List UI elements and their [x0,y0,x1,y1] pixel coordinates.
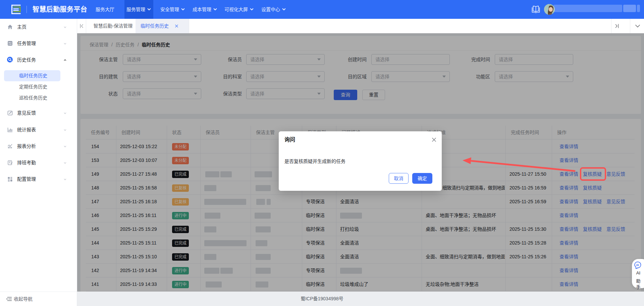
svg-text:AI: AI [636,263,639,267]
